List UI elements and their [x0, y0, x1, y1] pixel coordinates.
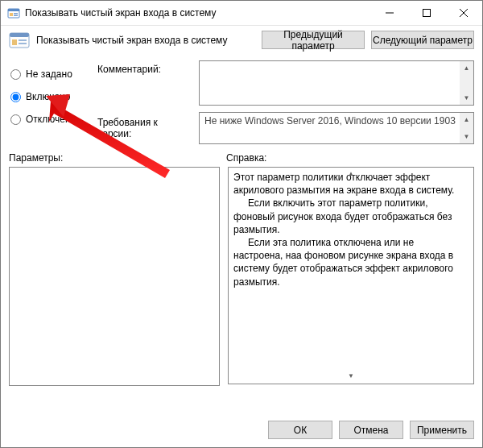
comment-label: Комментарий: — [97, 60, 191, 110]
requirements-value: Не ниже Windows Server 2016, Windows 10 … — [204, 115, 456, 127]
maximize-button[interactable] — [408, 1, 445, 25]
scroll-down-icon[interactable]: ▼ — [460, 130, 473, 143]
requirements-textarea: Не ниже Windows Server 2016, Windows 10 … — [199, 112, 474, 144]
previous-setting-button[interactable]: Предыдущий параметр — [262, 31, 365, 49]
requirements-label: Требования к версии: — [97, 110, 191, 139]
apply-button[interactable]: Применить — [410, 421, 474, 439]
lower-section: Этот параметр политики отключает эффект … — [1, 167, 482, 413]
radio-not-configured[interactable]: Не задано — [10, 68, 89, 80]
header-row: Показывать чистый экран входа в систему … — [1, 26, 482, 57]
upper-labels: Комментарий: Требования к версии: — [97, 60, 191, 144]
scroll-up-icon[interactable]: ▲ — [229, 168, 473, 181]
svg-rect-6 — [423, 10, 431, 17]
state-radio-group: Не задано Включено Отключено — [9, 60, 89, 144]
help-pane: Этот параметр политики отключает эффект … — [228, 167, 474, 384]
radio-enabled-label: Включено — [26, 91, 70, 102]
close-button[interactable] — [445, 1, 482, 25]
scroll-up-icon[interactable]: ▲ — [460, 61, 473, 75]
svg-rect-10 — [10, 33, 29, 37]
ok-button[interactable]: ОК — [268, 421, 332, 439]
window-title: Показывать чистый экран входа в систему — [25, 7, 371, 19]
upper-section: Не задано Включено Отключено Комментарий… — [1, 57, 482, 147]
requirements-scrollbar[interactable]: ▲ ▼ — [460, 113, 473, 143]
upper-boxes: ▲ ▼ Не ниже Windows Server 2016, Windows… — [199, 60, 474, 144]
radio-enabled[interactable]: Включено — [10, 91, 89, 102]
parameters-label: Параметры: — [9, 152, 226, 164]
scroll-up-icon[interactable]: ▲ — [460, 113, 473, 127]
radio-not-configured-input[interactable] — [10, 69, 21, 80]
policy-title: Показывать чистый экран входа в систему — [36, 35, 255, 46]
comment-scrollbar[interactable]: ▲ ▼ — [460, 61, 473, 105]
app-icon — [7, 6, 20, 19]
comment-textarea[interactable]: ▲ ▼ — [199, 60, 474, 106]
parameters-pane — [9, 167, 220, 386]
svg-rect-3 — [14, 13, 18, 15]
help-paragraph-3: Если эта политика отключена или не настр… — [233, 236, 456, 288]
radio-enabled-input[interactable] — [10, 92, 21, 102]
svg-rect-11 — [12, 39, 17, 45]
svg-rect-13 — [19, 43, 27, 44]
help-paragraph-2: Если включить этот параметр политики, фо… — [233, 197, 456, 236]
scroll-down-icon[interactable]: ▼ — [229, 370, 473, 384]
svg-rect-12 — [19, 39, 27, 41]
dialog-footer: ОК Отмена Применить — [1, 413, 482, 447]
svg-rect-1 — [8, 9, 19, 11]
svg-rect-2 — [10, 13, 13, 16]
svg-rect-4 — [14, 15, 18, 17]
lower-labels-row: Параметры: Справка: — [1, 147, 482, 167]
help-label: Справка: — [226, 152, 266, 164]
radio-disabled-label: Отключено — [26, 114, 76, 125]
cancel-button[interactable]: Отмена — [339, 421, 403, 439]
next-setting-button[interactable]: Следующий параметр — [371, 31, 474, 49]
titlebar: Показывать чистый экран входа в систему — [1, 1, 482, 26]
minimize-button[interactable] — [371, 1, 408, 25]
radio-disabled-input[interactable] — [10, 114, 21, 125]
radio-not-configured-label: Не задано — [26, 68, 72, 80]
gpo-editor-dialog: Показывать чистый экран входа в систему … — [0, 0, 483, 448]
radio-disabled[interactable]: Отключено — [10, 114, 89, 125]
scroll-down-icon[interactable]: ▼ — [460, 91, 473, 105]
policy-icon — [9, 32, 30, 48]
